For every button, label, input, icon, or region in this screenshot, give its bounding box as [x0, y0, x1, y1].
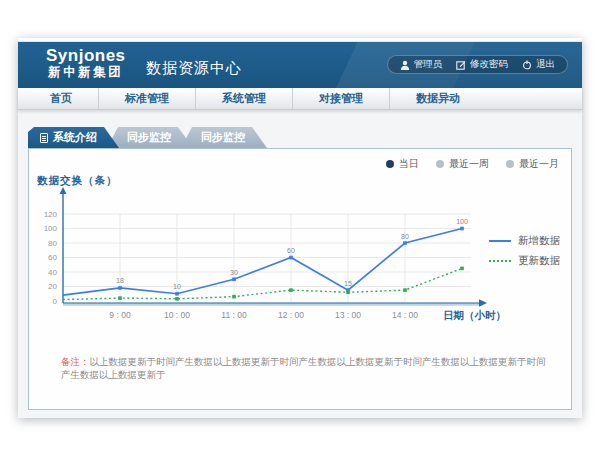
svg-text:18: 18 [116, 277, 124, 284]
svg-text:日期（小时）: 日期（小时） [443, 309, 506, 322]
logo-text-cn: 新中新集团 [46, 65, 126, 80]
solid-line-icon [489, 240, 511, 242]
legend-new-data-label: 新增数据 [518, 234, 560, 248]
svg-text:20: 20 [48, 282, 57, 291]
logo-text-en: Synjones [46, 47, 126, 65]
radio-last-month-label: 最近一月 [519, 157, 559, 171]
tab-system-intro-label: 系统介绍 [53, 130, 97, 145]
nav-item-data-change[interactable]: 数据异动 [389, 88, 486, 109]
svg-text:12 : 00: 12 : 00 [278, 310, 304, 320]
svg-text:60: 60 [287, 247, 295, 254]
svg-text:11 : 00: 11 : 00 [221, 310, 247, 320]
radio-last-week[interactable]: 最近一周 [436, 157, 489, 171]
svg-text:9 : 00: 9 : 00 [109, 310, 131, 320]
admin-user-label: 管理员 [414, 58, 443, 71]
user-icon [400, 60, 410, 70]
company-logo: Synjones 新中新集团 [46, 47, 126, 80]
radio-unselected-icon [436, 160, 444, 168]
logout-button[interactable]: 退出 [522, 58, 555, 71]
svg-text:40: 40 [48, 268, 57, 277]
nav-item-system-management[interactable]: 系统管理 [195, 88, 292, 109]
footnote: 备注：以上数据更新于时间产生数据以上数据更新于时间产生数据以上数据更新于时间产生… [61, 355, 551, 381]
svg-text:60: 60 [48, 253, 57, 262]
svg-text:10: 10 [173, 283, 181, 290]
svg-text:80: 80 [48, 239, 57, 248]
logout-label: 退出 [536, 58, 555, 71]
legend-updated-data: 更新数据 [489, 251, 560, 271]
svg-text:100: 100 [44, 224, 58, 233]
svg-text:13 : 00: 13 : 00 [335, 310, 361, 320]
svg-text:100: 100 [456, 218, 468, 225]
svg-text:80: 80 [401, 233, 409, 240]
tab-sync-monitor-2-label: 同步监控 [201, 130, 245, 145]
nav-item-standard-management[interactable]: 标准管理 [98, 88, 195, 109]
tab-sync-monitor-2[interactable]: 同步监控 [181, 127, 267, 148]
radio-last-week-label: 最近一周 [449, 157, 489, 171]
admin-user-button[interactable]: 管理员 [400, 58, 443, 71]
user-toolbar: 管理员 修改密码 退出 [387, 55, 569, 74]
app-header: Synjones 新中新集团 数据资源中心 管理员 修改密码 退出 [18, 42, 582, 88]
radio-unselected-icon [506, 160, 514, 168]
tab-bar: 系统介绍 同步监控 同步监控 [28, 127, 267, 148]
svg-text:15: 15 [344, 280, 352, 287]
power-icon [522, 60, 532, 70]
document-icon [40, 133, 48, 143]
radio-today[interactable]: 当日 [386, 157, 419, 171]
change-password-label: 修改密码 [470, 58, 508, 71]
dotted-line-icon [489, 260, 511, 262]
legend-new-data: 新增数据 [489, 231, 560, 251]
content-area: 系统介绍 同步监控 同步监控 当日 最近一周 [18, 110, 582, 417]
radio-today-label: 当日 [399, 157, 419, 171]
time-range-filter: 当日 最近一周 最近一月 [386, 157, 559, 171]
radio-last-month[interactable]: 最近一月 [506, 157, 559, 171]
main-nav: 首页 标准管理 系统管理 对接管理 数据异动 [18, 88, 582, 110]
tab-system-intro[interactable]: 系统介绍 [28, 127, 119, 148]
footnote-body: 以上数据更新于时间产生数据以上数据更新于时间产生数据以上数据更新于时间产生数据以… [61, 356, 546, 380]
footnote-prefix: 备注 [61, 356, 80, 367]
chart-legend: 新增数据 更新数据 [489, 231, 560, 271]
svg-text:120: 120 [44, 210, 58, 219]
footnote-colon: ： [80, 356, 90, 367]
change-password-button[interactable]: 修改密码 [456, 58, 508, 71]
legend-updated-data-label: 更新数据 [518, 254, 560, 268]
tab-sync-monitor-1[interactable]: 同步监控 [107, 127, 193, 148]
nav-item-integration-management[interactable]: 对接管理 [292, 88, 389, 109]
svg-text:14 : 00: 14 : 00 [392, 310, 418, 320]
radio-selected-icon [386, 160, 394, 168]
app-window: Synjones 新中新集团 数据资源中心 管理员 修改密码 退出 [18, 38, 582, 418]
page-title: 数据资源中心 [146, 59, 242, 78]
nav-item-home[interactable]: 首页 [24, 88, 98, 109]
chart-panel: 当日 最近一周 最近一月 数据交换（条） 0204060801001209 : … [28, 148, 572, 410]
tab-sync-monitor-1-label: 同步监控 [127, 130, 171, 145]
edit-icon [456, 60, 466, 70]
svg-text:30: 30 [230, 269, 238, 276]
y-axis-title: 数据交换（条） [37, 174, 118, 188]
svg-text:10 : 00: 10 : 00 [164, 310, 190, 320]
svg-text:0: 0 [53, 297, 58, 306]
